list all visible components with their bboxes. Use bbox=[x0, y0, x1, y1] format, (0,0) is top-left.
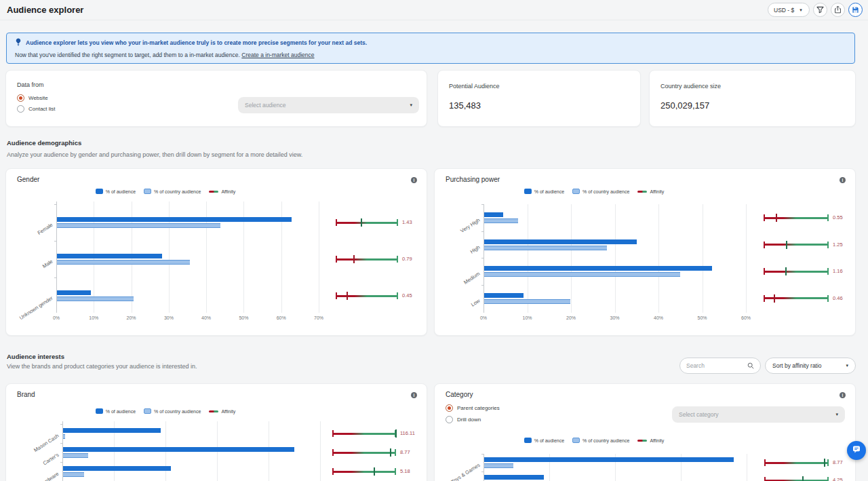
bar-audience[interactable] bbox=[63, 466, 171, 471]
chevron-down-icon: ▾ bbox=[846, 363, 848, 368]
x-tick-label: 60% bbox=[741, 315, 751, 320]
bar-audience[interactable] bbox=[484, 457, 734, 462]
affinity-gauge bbox=[336, 292, 398, 300]
gridline bbox=[571, 204, 572, 313]
affinity-gauge bbox=[764, 214, 829, 222]
affinity-value: 0.46 bbox=[833, 295, 843, 301]
bar-country[interactable] bbox=[484, 299, 570, 304]
country-audience-label: Country audience size bbox=[660, 83, 721, 90]
y-axis-tick bbox=[481, 231, 484, 232]
interests-description: View the brands and product categories y… bbox=[7, 363, 197, 370]
country-audience-value: 250,029,157 bbox=[660, 100, 709, 111]
page-title: Audience explorer bbox=[7, 5, 83, 15]
save-icon bbox=[852, 4, 859, 16]
select-audience-placeholder: Select audience bbox=[245, 102, 286, 109]
top-bar: Audience explorer USD - $ ▾ bbox=[0, 0, 868, 20]
chevron-down-icon: ▾ bbox=[410, 102, 412, 108]
save-button[interactable] bbox=[848, 3, 863, 17]
share-icon bbox=[834, 4, 842, 16]
affinity-gauge bbox=[764, 459, 829, 467]
bar-audience[interactable] bbox=[484, 212, 503, 217]
banner-headline: Audience explorer lets you view who your… bbox=[26, 39, 367, 46]
gridline bbox=[703, 204, 703, 313]
bar-audience[interactable] bbox=[484, 293, 524, 298]
affinity-gauge bbox=[332, 448, 396, 457]
interests-search bbox=[679, 358, 761, 374]
gridline bbox=[319, 201, 319, 313]
bar-country[interactable] bbox=[484, 218, 518, 223]
row-label: Mason Cash bbox=[11, 433, 60, 467]
radio-selected-icon bbox=[17, 94, 24, 102]
bar-country[interactable] bbox=[57, 260, 190, 265]
affinity-gauge bbox=[332, 429, 396, 438]
x-tick-label: 50% bbox=[239, 315, 248, 320]
demographics-description: Analyze your audience by gender and purc… bbox=[7, 151, 302, 158]
bar-country[interactable] bbox=[57, 296, 134, 301]
x-tick-label: 30% bbox=[610, 315, 619, 320]
data-from-title: Data from bbox=[17, 81, 44, 88]
currency-select[interactable]: USD - $ ▾ bbox=[768, 3, 810, 17]
row-label: Low bbox=[434, 297, 481, 332]
bar-country[interactable] bbox=[484, 272, 680, 277]
search-input[interactable] bbox=[686, 362, 747, 369]
brand-plot: Mason Cash116.11Carter's8.77Hardware5.18 bbox=[6, 384, 427, 481]
x-tick-label: 30% bbox=[164, 315, 174, 320]
affinity-value: 0.55 bbox=[833, 214, 843, 220]
row-label: Toys & Games bbox=[434, 462, 481, 481]
affinity-value: 8.77 bbox=[833, 459, 843, 465]
potential-audience-label: Potential Audience bbox=[449, 83, 500, 90]
bar-country[interactable] bbox=[63, 434, 65, 439]
bar-audience[interactable] bbox=[484, 266, 712, 271]
bar-audience[interactable] bbox=[63, 447, 294, 452]
info-banner: Audience explorer lets you view who your… bbox=[6, 33, 855, 64]
search-icon bbox=[747, 360, 754, 372]
category-chart-card: Category i Parent categories Drill down … bbox=[434, 383, 856, 481]
bar-country[interactable] bbox=[484, 246, 607, 250]
filter-icon bbox=[816, 4, 824, 16]
bar-country[interactable] bbox=[484, 463, 513, 468]
bar-audience[interactable] bbox=[57, 290, 91, 295]
create-audience-link[interactable]: Create a in-market audience bbox=[241, 52, 314, 58]
data-from-card: Data from Website Contact list Select au… bbox=[5, 70, 427, 127]
radio-unselected-icon bbox=[17, 105, 24, 113]
currency-value: USD - $ bbox=[774, 7, 794, 14]
chat-icon bbox=[852, 444, 861, 457]
x-tick-label: 20% bbox=[566, 315, 576, 320]
purchasing-power-chart-card: Purchasing power i % of audience % of co… bbox=[434, 168, 856, 336]
top-controls: USD - $ ▾ bbox=[768, 3, 863, 17]
purchasing-power-plot: 0%10%20%30%40%50%60%Very High0.55High1.2… bbox=[435, 169, 855, 335]
y-axis-tick bbox=[481, 454, 484, 455]
radio-website[interactable]: Website bbox=[17, 94, 48, 102]
x-tick-label: 10% bbox=[522, 315, 532, 320]
select-audience-dropdown[interactable]: Select audience ▾ bbox=[238, 97, 419, 113]
bar-audience[interactable] bbox=[57, 254, 162, 258]
share-button[interactable] bbox=[831, 3, 845, 17]
lightbulb-icon bbox=[15, 38, 22, 47]
banner-body: Now that you've identified the right seg… bbox=[15, 52, 240, 58]
radio-contact-list[interactable]: Contact list bbox=[17, 105, 56, 113]
gridline bbox=[320, 421, 321, 481]
x-tick-label: 40% bbox=[654, 315, 663, 320]
bar-audience[interactable] bbox=[63, 428, 161, 433]
bar-audience[interactable] bbox=[57, 217, 292, 222]
affinity-gauge bbox=[336, 255, 398, 263]
y-axis-tick bbox=[54, 277, 57, 278]
category-plot: Toys & Games8.774.25 bbox=[435, 384, 855, 481]
affinity-gauge bbox=[764, 267, 829, 275]
bar-country[interactable] bbox=[63, 472, 84, 477]
bar-country[interactable] bbox=[63, 453, 88, 458]
radio-contact-list-label: Contact list bbox=[28, 106, 56, 112]
x-tick-label: 0% bbox=[53, 315, 60, 320]
bar-audience[interactable] bbox=[484, 475, 544, 480]
chat-button[interactable] bbox=[847, 441, 866, 460]
affinity-value: 0.79 bbox=[402, 256, 412, 262]
filter-button[interactable] bbox=[813, 3, 827, 17]
affinity-value: 5.18 bbox=[400, 468, 410, 474]
y-axis-tick bbox=[481, 285, 484, 286]
row-label: Unknown gender bbox=[5, 295, 54, 330]
bar-audience[interactable] bbox=[484, 239, 637, 244]
sort-dropdown[interactable]: Sort by affinity ratio ▾ bbox=[765, 358, 856, 374]
affinity-gauge bbox=[764, 476, 829, 481]
x-tick-label: 50% bbox=[697, 315, 707, 320]
bar-country[interactable] bbox=[57, 223, 220, 228]
